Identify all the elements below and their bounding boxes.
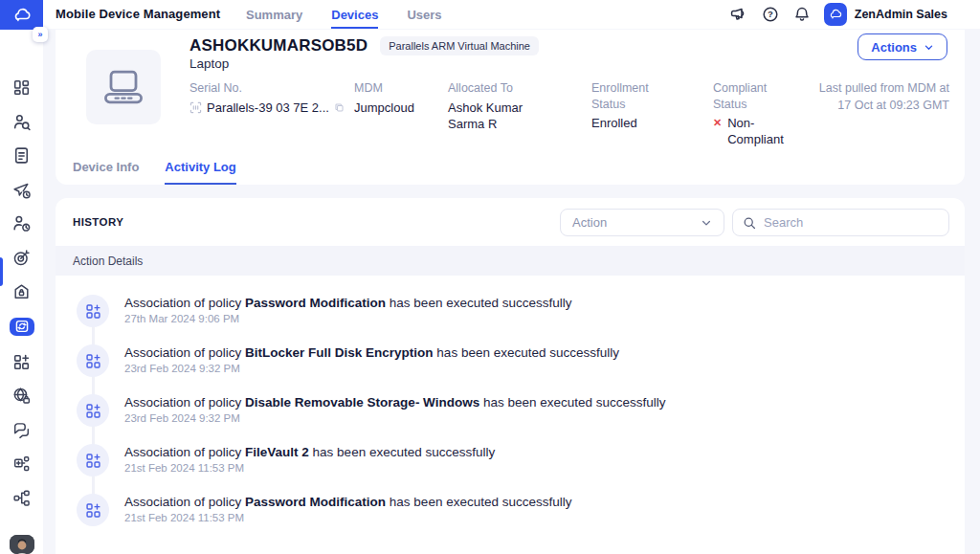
nav-tab-users[interactable]: Users [407, 0, 441, 29]
entry-timestamp: 21st Feb 2024 11:53 PM [124, 512, 571, 523]
timeline-connector [92, 327, 95, 345]
activity-log-entry: Association of policy Password Modificat… [77, 494, 965, 526]
timeline-connector [92, 377, 95, 395]
timeline-connector [92, 427, 95, 445]
search-icon [743, 216, 756, 230]
activity-log-entry: Association of policy Disable Removable … [77, 394, 965, 427]
account-name: ZenAdmin Sales [855, 8, 947, 21]
main-nav-tabs: Summary Devices Users [246, 0, 442, 29]
send-schedule-icon[interactable] [11, 180, 32, 200]
policy-association-icon [77, 344, 109, 377]
device-header-card: ASHOKKUMARSOB5D Parallels ARM Virtual Ma… [56, 30, 965, 185]
enrollment-status-value: Enrolled [591, 115, 703, 131]
activity-log-entry: Association of policy BitLocker Full Dis… [77, 344, 965, 377]
compliant-status-value: Non-Compliant [727, 115, 794, 147]
office-lock-icon[interactable] [11, 281, 32, 301]
sidebar [0, 30, 43, 554]
x-error-icon: ✕ [713, 115, 722, 147]
sidebar-expand-button[interactable]: » [33, 27, 48, 42]
device-sync-icon[interactable] [10, 318, 34, 337]
device-name: ASHOKKUMARSOB5D [189, 36, 368, 55]
nav-tab-devices[interactable]: Devices [331, 0, 378, 29]
top-bar: Mobile Device Management Summary Devices… [43, 0, 980, 29]
target-icon[interactable] [11, 248, 32, 268]
activity-log-entry: Association of policy Password Modificat… [77, 295, 965, 327]
entry-message: Association of policy Password Modificat… [124, 296, 571, 310]
mdm-value: Jumpcloud [354, 100, 438, 116]
app-logo[interactable] [0, 0, 43, 30]
widget-add-icon[interactable] [11, 454, 32, 474]
entry-timestamp: 27th Mar 2024 9:06 PM [124, 313, 571, 324]
entry-message: Association of policy Disable Removable … [124, 395, 666, 410]
sidebar-active-indicator [0, 257, 3, 286]
svg-text:?: ? [768, 9, 773, 19]
nav-tab-summary[interactable]: Summary [246, 0, 302, 29]
user-search-icon[interactable] [11, 112, 32, 132]
field-enrollment-status: Enrollment Status Enrolled [591, 80, 713, 147]
allocated-to-value: Ashok Kumar Sarma R [448, 100, 561, 132]
search-box [732, 209, 949, 236]
entry-timestamp: 23rd Feb 2024 9:32 PM [124, 363, 619, 374]
megaphone-icon[interactable] [729, 5, 748, 24]
policy-association-icon [77, 444, 109, 476]
chevron-down-icon [924, 42, 934, 53]
user-clock-icon[interactable] [11, 213, 32, 233]
entry-message: Association of policy FileVault 2 has be… [124, 445, 495, 459]
field-mdm: MDM Jumpcloud [354, 80, 448, 147]
timeline-connector [92, 476, 95, 495]
search-input[interactable] [764, 215, 939, 230]
dashboard-icon[interactable] [11, 78, 32, 98]
history-card: HISTORY Action Action Details As [56, 198, 965, 554]
policy-association-icon [77, 494, 109, 526]
globe-lock-icon[interactable] [11, 386, 32, 406]
chevron-down-icon [701, 217, 712, 229]
field-serial: Serial No. Parallels-39 03 7E 2... [189, 80, 354, 147]
tab-device-info[interactable]: Device Info [73, 151, 139, 185]
device-fields: Serial No. Parallels-39 03 7E 2... MDM J… [189, 80, 820, 147]
last-pulled-info: Last pulled from MDM at 17 Oct at 09:23 … [798, 80, 949, 114]
activity-log-list: Association of policy Password Modificat… [56, 276, 965, 526]
device-type: Laptop [189, 56, 229, 71]
column-header-action-details: Action Details [56, 246, 965, 276]
field-allocated-to: Allocated To Ashok Kumar Sarma R [448, 80, 591, 147]
document-icon[interactable] [11, 145, 32, 166]
device-tabs: Device Info Activity Log [73, 151, 965, 185]
actions-button[interactable]: Actions [858, 33, 947, 60]
entry-message: Association of policy Password Modificat… [124, 495, 571, 509]
policy-association-icon [77, 394, 109, 427]
topbar-right: ? ZenAdmin Sales [729, 0, 947, 29]
account-menu[interactable]: ZenAdmin Sales [824, 3, 947, 26]
policy-association-icon [77, 295, 109, 327]
org-chart-icon[interactable] [11, 488, 32, 508]
laptop-icon [86, 50, 161, 124]
action-filter-dropdown[interactable]: Action [560, 209, 724, 236]
entry-timestamp: 23rd Feb 2024 9:32 PM [124, 412, 666, 424]
entry-timestamp: 21st Feb 2024 11:53 PM [124, 462, 495, 474]
apps-add-icon[interactable] [11, 352, 32, 372]
tab-activity-log[interactable]: Activity Log [165, 151, 235, 185]
zenadmin-cloud-logo [11, 5, 33, 26]
serial-scan-icon [189, 101, 202, 114]
device-model-badge: Parallels ARM Virtual Machine [380, 36, 539, 55]
entry-message: Association of policy BitLocker Full Dis… [124, 345, 619, 360]
notifications-icon[interactable] [792, 5, 812, 24]
copy-icon[interactable] [334, 102, 345, 113]
chat-icon[interactable] [11, 420, 32, 440]
page-title: Mobile Device Management [56, 0, 220, 29]
activity-log-entry: Association of policy FileVault 2 has be… [77, 444, 965, 476]
zenadmin-cloud-logo [824, 3, 847, 26]
help-icon[interactable]: ? [761, 5, 780, 24]
history-title: HISTORY [73, 216, 123, 228]
user-avatar[interactable] [10, 535, 34, 554]
serial-number: Parallels-39 03 7E 2... [207, 100, 329, 116]
